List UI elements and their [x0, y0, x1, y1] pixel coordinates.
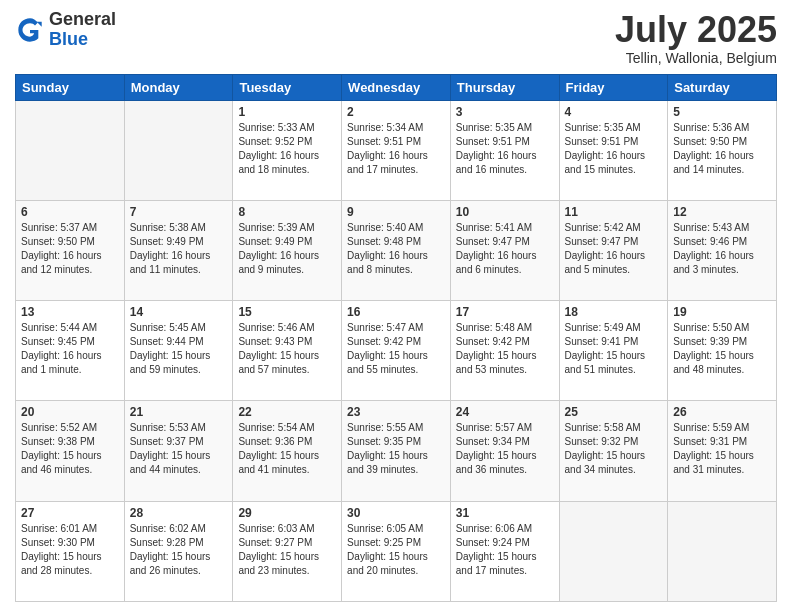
day-number: 20	[21, 405, 119, 419]
day-number: 2	[347, 105, 445, 119]
calendar-week-row: 6Sunrise: 5:37 AM Sunset: 9:50 PM Daylig…	[16, 200, 777, 300]
table-row: 17Sunrise: 5:48 AM Sunset: 9:42 PM Dayli…	[450, 301, 559, 401]
calendar-header-row: Sunday Monday Tuesday Wednesday Thursday…	[16, 74, 777, 100]
col-friday: Friday	[559, 74, 668, 100]
day-content: Sunrise: 5:57 AM Sunset: 9:34 PM Dayligh…	[456, 421, 554, 477]
calendar-week-row: 13Sunrise: 5:44 AM Sunset: 9:45 PM Dayli…	[16, 301, 777, 401]
day-number: 3	[456, 105, 554, 119]
day-number: 22	[238, 405, 336, 419]
table-row: 4Sunrise: 5:35 AM Sunset: 9:51 PM Daylig…	[559, 100, 668, 200]
day-number: 26	[673, 405, 771, 419]
day-number: 23	[347, 405, 445, 419]
day-number: 1	[238, 105, 336, 119]
day-number: 18	[565, 305, 663, 319]
table-row: 8Sunrise: 5:39 AM Sunset: 9:49 PM Daylig…	[233, 200, 342, 300]
table-row: 26Sunrise: 5:59 AM Sunset: 9:31 PM Dayli…	[668, 401, 777, 501]
table-row	[16, 100, 125, 200]
calendar-week-row: 20Sunrise: 5:52 AM Sunset: 9:38 PM Dayli…	[16, 401, 777, 501]
col-saturday: Saturday	[668, 74, 777, 100]
day-content: Sunrise: 5:48 AM Sunset: 9:42 PM Dayligh…	[456, 321, 554, 377]
day-number: 4	[565, 105, 663, 119]
day-content: Sunrise: 5:40 AM Sunset: 9:48 PM Dayligh…	[347, 221, 445, 277]
day-number: 7	[130, 205, 228, 219]
day-content: Sunrise: 5:49 AM Sunset: 9:41 PM Dayligh…	[565, 321, 663, 377]
day-number: 14	[130, 305, 228, 319]
day-number: 13	[21, 305, 119, 319]
day-content: Sunrise: 5:47 AM Sunset: 9:42 PM Dayligh…	[347, 321, 445, 377]
day-content: Sunrise: 5:33 AM Sunset: 9:52 PM Dayligh…	[238, 121, 336, 177]
day-number: 24	[456, 405, 554, 419]
day-content: Sunrise: 6:06 AM Sunset: 9:24 PM Dayligh…	[456, 522, 554, 578]
day-content: Sunrise: 5:50 AM Sunset: 9:39 PM Dayligh…	[673, 321, 771, 377]
day-content: Sunrise: 5:35 AM Sunset: 9:51 PM Dayligh…	[456, 121, 554, 177]
calendar-week-row: 1Sunrise: 5:33 AM Sunset: 9:52 PM Daylig…	[16, 100, 777, 200]
day-content: Sunrise: 5:53 AM Sunset: 9:37 PM Dayligh…	[130, 421, 228, 477]
logo-text: General Blue	[49, 10, 116, 50]
table-row: 3Sunrise: 5:35 AM Sunset: 9:51 PM Daylig…	[450, 100, 559, 200]
col-wednesday: Wednesday	[342, 74, 451, 100]
day-content: Sunrise: 5:46 AM Sunset: 9:43 PM Dayligh…	[238, 321, 336, 377]
table-row: 25Sunrise: 5:58 AM Sunset: 9:32 PM Dayli…	[559, 401, 668, 501]
calendar-week-row: 27Sunrise: 6:01 AM Sunset: 9:30 PM Dayli…	[16, 501, 777, 601]
table-row: 30Sunrise: 6:05 AM Sunset: 9:25 PM Dayli…	[342, 501, 451, 601]
day-content: Sunrise: 5:37 AM Sunset: 9:50 PM Dayligh…	[21, 221, 119, 277]
day-content: Sunrise: 5:58 AM Sunset: 9:32 PM Dayligh…	[565, 421, 663, 477]
logo-icon	[15, 15, 45, 45]
table-row: 9Sunrise: 5:40 AM Sunset: 9:48 PM Daylig…	[342, 200, 451, 300]
day-number: 10	[456, 205, 554, 219]
table-row: 21Sunrise: 5:53 AM Sunset: 9:37 PM Dayli…	[124, 401, 233, 501]
day-number: 12	[673, 205, 771, 219]
table-row: 7Sunrise: 5:38 AM Sunset: 9:49 PM Daylig…	[124, 200, 233, 300]
day-content: Sunrise: 5:54 AM Sunset: 9:36 PM Dayligh…	[238, 421, 336, 477]
table-row: 19Sunrise: 5:50 AM Sunset: 9:39 PM Dayli…	[668, 301, 777, 401]
day-number: 29	[238, 506, 336, 520]
col-monday: Monday	[124, 74, 233, 100]
day-content: Sunrise: 5:35 AM Sunset: 9:51 PM Dayligh…	[565, 121, 663, 177]
day-content: Sunrise: 6:03 AM Sunset: 9:27 PM Dayligh…	[238, 522, 336, 578]
table-row: 14Sunrise: 5:45 AM Sunset: 9:44 PM Dayli…	[124, 301, 233, 401]
day-content: Sunrise: 5:39 AM Sunset: 9:49 PM Dayligh…	[238, 221, 336, 277]
table-row: 10Sunrise: 5:41 AM Sunset: 9:47 PM Dayli…	[450, 200, 559, 300]
day-content: Sunrise: 5:34 AM Sunset: 9:51 PM Dayligh…	[347, 121, 445, 177]
day-content: Sunrise: 6:02 AM Sunset: 9:28 PM Dayligh…	[130, 522, 228, 578]
calendar-table: Sunday Monday Tuesday Wednesday Thursday…	[15, 74, 777, 602]
day-number: 30	[347, 506, 445, 520]
day-number: 8	[238, 205, 336, 219]
table-row: 6Sunrise: 5:37 AM Sunset: 9:50 PM Daylig…	[16, 200, 125, 300]
day-number: 5	[673, 105, 771, 119]
table-row: 24Sunrise: 5:57 AM Sunset: 9:34 PM Dayli…	[450, 401, 559, 501]
table-row	[559, 501, 668, 601]
table-row: 15Sunrise: 5:46 AM Sunset: 9:43 PM Dayli…	[233, 301, 342, 401]
day-number: 27	[21, 506, 119, 520]
day-number: 31	[456, 506, 554, 520]
col-sunday: Sunday	[16, 74, 125, 100]
table-row: 5Sunrise: 5:36 AM Sunset: 9:50 PM Daylig…	[668, 100, 777, 200]
table-row: 2Sunrise: 5:34 AM Sunset: 9:51 PM Daylig…	[342, 100, 451, 200]
table-row: 23Sunrise: 5:55 AM Sunset: 9:35 PM Dayli…	[342, 401, 451, 501]
calendar-page: General Blue July 2025 Tellin, Wallonia,…	[0, 0, 792, 612]
table-row: 11Sunrise: 5:42 AM Sunset: 9:47 PM Dayli…	[559, 200, 668, 300]
day-content: Sunrise: 6:05 AM Sunset: 9:25 PM Dayligh…	[347, 522, 445, 578]
table-row: 28Sunrise: 6:02 AM Sunset: 9:28 PM Dayli…	[124, 501, 233, 601]
day-content: Sunrise: 5:36 AM Sunset: 9:50 PM Dayligh…	[673, 121, 771, 177]
location-text: Tellin, Wallonia, Belgium	[615, 50, 777, 66]
table-row: 27Sunrise: 6:01 AM Sunset: 9:30 PM Dayli…	[16, 501, 125, 601]
day-number: 15	[238, 305, 336, 319]
day-number: 17	[456, 305, 554, 319]
day-number: 19	[673, 305, 771, 319]
day-content: Sunrise: 5:41 AM Sunset: 9:47 PM Dayligh…	[456, 221, 554, 277]
table-row: 12Sunrise: 5:43 AM Sunset: 9:46 PM Dayli…	[668, 200, 777, 300]
table-row: 1Sunrise: 5:33 AM Sunset: 9:52 PM Daylig…	[233, 100, 342, 200]
table-row: 16Sunrise: 5:47 AM Sunset: 9:42 PM Dayli…	[342, 301, 451, 401]
day-content: Sunrise: 5:43 AM Sunset: 9:46 PM Dayligh…	[673, 221, 771, 277]
col-tuesday: Tuesday	[233, 74, 342, 100]
col-thursday: Thursday	[450, 74, 559, 100]
table-row	[124, 100, 233, 200]
day-number: 25	[565, 405, 663, 419]
day-number: 28	[130, 506, 228, 520]
logo: General Blue	[15, 10, 116, 50]
month-year-title: July 2025	[615, 10, 777, 50]
day-number: 16	[347, 305, 445, 319]
header: General Blue July 2025 Tellin, Wallonia,…	[15, 10, 777, 66]
table-row: 20Sunrise: 5:52 AM Sunset: 9:38 PM Dayli…	[16, 401, 125, 501]
